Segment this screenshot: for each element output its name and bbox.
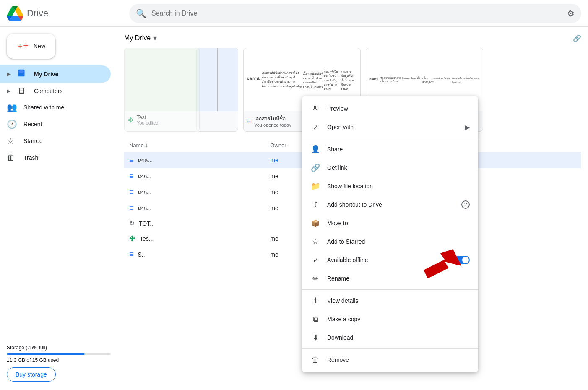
thumb-subtitle-1: You edited <box>137 120 159 125</box>
file-name-text: เอก... <box>138 203 152 213</box>
ctx-item-remove[interactable]: 🗑 Remove <box>302 351 478 369</box>
thumb-icon-2: ≡ <box>247 117 251 125</box>
owner-link[interactable]: me <box>270 157 278 164</box>
sidebar-item-recent[interactable]: 🕐 Recent <box>0 116 111 133</box>
ctx-label-rename: Rename <box>327 275 470 282</box>
show-location-icon: 📁 <box>310 181 320 191</box>
view-details-icon: ℹ <box>310 296 320 306</box>
sidebar-item-label: Trash <box>23 154 38 161</box>
sidebar-item-my-drive[interactable]: ▶ My Drive <box>0 65 111 83</box>
ctx-item-show-location[interactable]: 📁 Show file location <box>302 177 478 195</box>
sidebar-item-shared[interactable]: 👥 Shared with me <box>0 99 111 116</box>
thumb-name-2: เอกสารไม่มีชื่อ <box>254 114 291 122</box>
context-menu: 👁 Preview ⤢ Open with ▶ 👤 Share 🔗 Get li… <box>302 96 478 372</box>
ctx-item-share[interactable]: 👤 Share <box>302 140 478 159</box>
ctx-label-get-link: Get link <box>327 164 470 171</box>
file-name-text: เอก... <box>138 172 152 181</box>
storage-bar-background <box>7 353 111 355</box>
help-icon[interactable]: ? <box>461 200 470 209</box>
ctx-arrow-icon: ▶ <box>465 123 470 131</box>
rename-icon: ✏ <box>310 273 320 283</box>
ctx-item-preview[interactable]: 👁 Preview <box>302 99 478 118</box>
thumbnail-card-grid[interactable] <box>196 48 238 132</box>
ctx-divider-3 <box>302 348 478 349</box>
sidebar-item-label: Shared with me <box>23 104 64 111</box>
drive-logo-icon <box>7 5 23 22</box>
file-name-text: Tes... <box>140 235 154 242</box>
ctx-label-add-starred: Add to Starred <box>327 238 470 245</box>
add-starred-icon: ☆ <box>310 237 320 247</box>
thumbnail-card-1[interactable]: ✤ Test You edited <box>124 48 200 132</box>
sidebar-item-trash[interactable]: 🗑 Trash <box>0 149 111 166</box>
thumb-icon-1: ✤ <box>128 116 133 124</box>
search-icon: 🔍 <box>136 8 146 18</box>
sidebar-item-label: My Drive <box>34 71 58 78</box>
file-icon: ≡ <box>129 204 134 213</box>
offline-toggle[interactable] <box>455 256 470 264</box>
thumb-info-1: ✤ Test You edited <box>125 111 199 129</box>
recent-icon: 🕐 <box>7 119 17 129</box>
storage-label: Storage (75% full) <box>7 345 111 351</box>
sidebar-item-starred[interactable]: ☆ Starred <box>0 133 111 149</box>
thumb-info-grid <box>197 111 238 118</box>
ctx-item-add-shortcut[interactable]: ⤴ Add shortcut to Drive ? <box>302 195 478 214</box>
my-drive-icon <box>17 69 27 79</box>
ctx-item-download[interactable]: ⬇ Download <box>302 328 478 347</box>
thumb-preview-1 <box>125 48 199 111</box>
ctx-label-preview: Preview <box>327 105 470 112</box>
file-icon: ≡ <box>129 156 134 165</box>
page-title: My Drive <box>124 34 151 42</box>
file-name-text: เอก... <box>138 187 152 197</box>
toggle-knob <box>462 257 469 263</box>
ctx-item-move-to[interactable]: 📦 Move to <box>302 214 478 232</box>
file-icon: ↻ <box>129 219 135 227</box>
ctx-label-available-offline: Available offline <box>327 257 448 263</box>
expand-icon: ▶ <box>7 88 10 94</box>
new-button-icon: + <box>17 40 29 52</box>
search-input[interactable] <box>151 10 562 17</box>
search-bar[interactable]: 🔍 ⚙ <box>129 4 581 23</box>
sidebar-item-label: Starred <box>23 138 43 144</box>
shared-icon: 👥 <box>7 102 17 112</box>
file-icon: ≡ <box>129 172 134 181</box>
sidebar-item-computers[interactable]: ▶ 🖥 Computers <box>0 83 111 99</box>
remove-icon: 🗑 <box>310 355 320 365</box>
ctx-divider <box>302 138 478 138</box>
ctx-item-make-copy[interactable]: ⧉ Make a copy <box>302 310 478 328</box>
share-icon: 👤 <box>310 144 320 154</box>
preview-icon: 👁 <box>310 104 320 114</box>
ctx-item-get-link[interactable]: 🔗 Get link <box>302 159 478 177</box>
add-shortcut-icon: ⤴ <box>310 200 320 210</box>
buy-storage-button[interactable]: Buy storage <box>7 367 56 382</box>
file-name-text: TOT... <box>139 220 155 227</box>
ctx-item-rename[interactable]: ✏ Rename <box>302 269 478 288</box>
title-dropdown-icon[interactable]: ▾ <box>153 34 157 43</box>
available-offline-icon: ✓ <box>310 255 320 265</box>
link-icon[interactable]: 🔗 <box>573 34 581 42</box>
open-with-icon: ⤢ <box>310 122 320 132</box>
col-name[interactable]: Name ↓ <box>124 138 265 152</box>
ctx-label-view-details: View details <box>327 297 470 304</box>
get-link-icon: 🔗 <box>310 163 320 173</box>
file-icon: ✤ <box>129 234 135 243</box>
file-name-text: S... <box>138 251 147 258</box>
thumb-name-1: Test <box>137 114 159 120</box>
ctx-label-add-shortcut: Add shortcut to Drive <box>327 201 455 208</box>
ctx-label-remove: Remove <box>327 356 470 363</box>
ctx-item-open-with[interactable]: ⤢ Open with ▶ <box>302 118 478 136</box>
ctx-label-share: Share <box>327 146 470 153</box>
ctx-item-available-offline[interactable]: ✓ Available offline <box>302 251 478 269</box>
ctx-item-add-starred[interactable]: ☆ Add to Starred <box>302 232 478 251</box>
logo-area: Drive <box>7 5 124 22</box>
trash-icon: 🗑 <box>7 153 17 162</box>
new-button[interactable]: + New <box>7 34 55 59</box>
main-layout: + New ▶ My Drive ▶ 🖥 Computers 👥 <box>0 27 588 390</box>
content-area: My Drive ▾ 🔗 ✤ Test You edited <box>117 27 588 390</box>
file-name-cell: ≡ เอก... <box>129 187 260 197</box>
file-name-cell: ✤ Tes... <box>129 234 260 243</box>
file-name-cell: ≡ เอก... <box>129 203 260 213</box>
app-title: Drive <box>27 8 48 19</box>
filter-icon[interactable]: ⚙ <box>567 8 575 18</box>
ctx-item-view-details[interactable]: ℹ View details <box>302 291 478 310</box>
file-icon: ≡ <box>129 250 134 259</box>
